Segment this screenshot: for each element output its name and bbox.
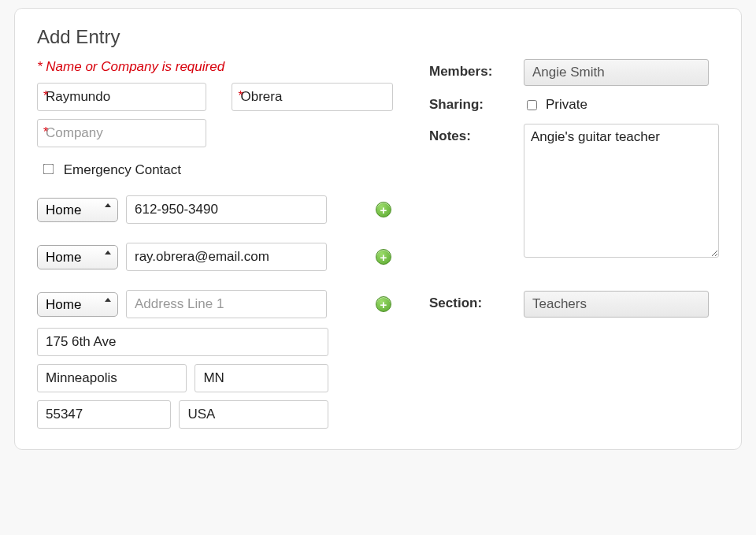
- address-line1-input[interactable]: [126, 290, 327, 318]
- phone-type-select[interactable]: Home: [37, 198, 118, 222]
- add-entry-panel: Add Entry * Name or Company is required …: [14, 8, 742, 450]
- section-label: Section:: [429, 291, 524, 311]
- required-note: * Name or Company is required: [37, 59, 421, 75]
- page-title: Add Entry: [37, 26, 719, 48]
- address-line2-input[interactable]: [37, 328, 328, 356]
- private-checkbox[interactable]: [527, 100, 537, 110]
- city-input[interactable]: [37, 364, 187, 392]
- emergency-contact-checkbox[interactable]: [43, 164, 54, 175]
- left-column: * Name or Company is required * * *: [37, 59, 421, 429]
- notes-label: Notes:: [429, 124, 524, 144]
- zip-input[interactable]: [37, 400, 171, 429]
- plus-icon: +: [380, 299, 387, 310]
- address-type-select[interactable]: Home: [37, 292, 118, 317]
- add-address-button[interactable]: +: [376, 296, 391, 312]
- state-input[interactable]: [195, 364, 328, 392]
- private-label: Private: [546, 97, 587, 113]
- sharing-label: Sharing:: [429, 97, 524, 113]
- members-select[interactable]: Angie Smith: [524, 59, 709, 86]
- company-input[interactable]: [37, 119, 206, 147]
- right-column: Members: Angie Smith Sharing: Private No…: [421, 59, 719, 429]
- emergency-contact-text: Emergency Contact: [64, 162, 181, 177]
- phone-input[interactable]: [126, 195, 327, 224]
- country-input[interactable]: [179, 400, 328, 429]
- members-label: Members:: [429, 59, 524, 80]
- add-phone-button[interactable]: +: [376, 202, 391, 217]
- last-name-input[interactable]: [232, 83, 393, 111]
- plus-icon: +: [380, 251, 387, 263]
- emergency-contact-label[interactable]: Emergency Contact: [40, 162, 181, 177]
- notes-textarea[interactable]: [524, 124, 719, 258]
- section-select[interactable]: Teachers: [524, 291, 709, 318]
- first-name-input[interactable]: [37, 83, 206, 111]
- add-email-button[interactable]: +: [376, 249, 391, 265]
- email-input[interactable]: [126, 243, 327, 271]
- plus-icon: +: [380, 204, 387, 216]
- email-type-select[interactable]: Home: [37, 245, 118, 269]
